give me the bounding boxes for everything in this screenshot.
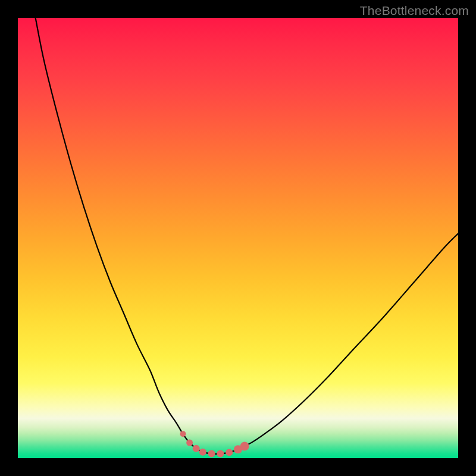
optimal-marker: [186, 440, 193, 446]
optimal-marker: [180, 431, 186, 437]
optimal-marker: [199, 449, 206, 456]
plot-area: [18, 18, 458, 458]
optimal-marker: [193, 445, 200, 452]
chart-svg: [18, 18, 458, 458]
optimal-range-markers: [180, 431, 249, 457]
optimal-marker: [240, 442, 249, 451]
watermark-text: TheBottleneck.com: [360, 4, 469, 18]
optimal-marker: [226, 449, 233, 456]
chart-frame: TheBottleneck.com: [0, 0, 476, 476]
optimal-marker: [208, 450, 215, 458]
optimal-marker: [217, 450, 224, 458]
bottleneck-curve: [36, 18, 458, 454]
